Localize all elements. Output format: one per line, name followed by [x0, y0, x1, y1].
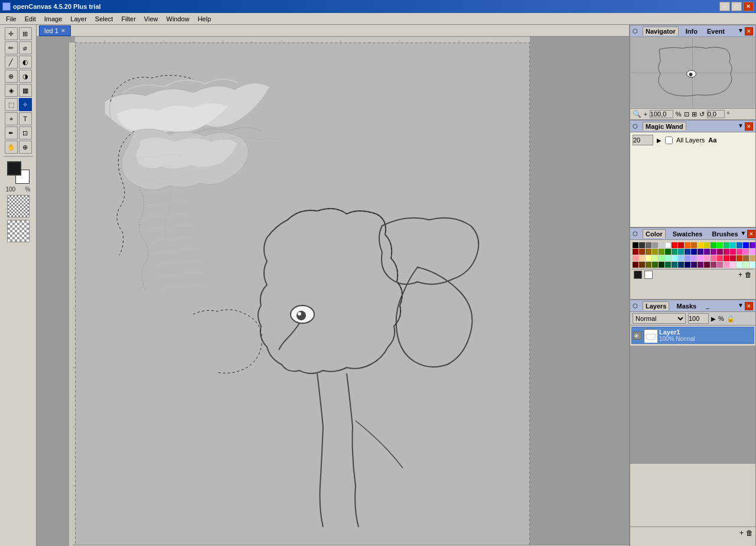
color-cell[interactable] [665, 262, 671, 268]
nav-zoom-input[interactable] [650, 110, 673, 118]
layer-eye-icon[interactable]: 👁 [633, 332, 641, 340]
magic-wand-tool[interactable]: ✧ [19, 98, 32, 111]
color-cell[interactable] [711, 249, 716, 255]
color-cell[interactable] [639, 249, 645, 255]
color-cell[interactable] [717, 262, 723, 268]
color-cell[interactable] [678, 242, 684, 248]
color-cell[interactable] [711, 262, 716, 268]
layer-opacity-stepper[interactable]: ▶ [711, 316, 716, 322]
eyedropper-tool[interactable]: ✒ [5, 126, 18, 139]
color-cell[interactable] [737, 242, 742, 248]
menu-help[interactable]: Help [194, 14, 215, 24]
color-cell[interactable] [652, 249, 658, 255]
color-cell[interactable] [698, 242, 703, 248]
color-cell[interactable] [646, 249, 651, 255]
move-tool[interactable]: ✛ [5, 27, 18, 40]
color-cell[interactable] [652, 242, 658, 248]
color-cell[interactable] [646, 262, 651, 268]
color-cell[interactable] [724, 255, 729, 261]
color-cell[interactable] [730, 249, 736, 255]
color-cell[interactable] [639, 242, 645, 248]
color-cell[interactable] [678, 255, 684, 261]
smudge-tool[interactable]: ◐ [19, 56, 32, 69]
color-cell[interactable] [743, 262, 749, 268]
canvas-drawing[interactable] [75, 43, 530, 546]
layer-lock-icon[interactable]: 🔒 [726, 315, 735, 323]
color-cell[interactable] [711, 242, 716, 248]
tab-navigator[interactable]: Navigator [643, 27, 679, 35]
color-cell[interactable] [704, 249, 710, 255]
layer-opacity-input[interactable] [688, 313, 709, 324]
color-cell[interactable] [685, 255, 690, 261]
menu-select[interactable]: Select [92, 14, 117, 24]
tab-swatches[interactable]: Swatches [670, 230, 705, 238]
color-cell[interactable] [724, 249, 729, 255]
lasso-tool[interactable]: ⌖ [5, 112, 18, 125]
magic-wand-tolerance[interactable] [633, 135, 653, 145]
layer-item[interactable]: 👁 Layer1 100% Normal [631, 327, 754, 344]
eraser-tool[interactable]: ⌀ [19, 41, 32, 54]
color-cell[interactable] [659, 255, 664, 261]
color-cell[interactable] [724, 262, 729, 268]
color-cell[interactable] [711, 255, 716, 261]
nav-rotation-input[interactable] [707, 110, 725, 118]
tab-event[interactable]: Event [705, 27, 727, 35]
menu-view[interactable]: View [141, 14, 162, 24]
color-cell[interactable] [633, 262, 638, 268]
tab-info[interactable]: Info [683, 27, 700, 35]
color-cell[interactable] [659, 242, 664, 248]
tab-layers[interactable]: Layers [643, 301, 669, 310]
color-cell[interactable] [704, 255, 710, 261]
nav-rotate-icon[interactable]: ↺ [699, 110, 705, 118]
color-cell[interactable] [678, 249, 684, 255]
document-tab[interactable]: led 1 ✕ [39, 25, 71, 36]
color-cell[interactable] [685, 242, 690, 248]
color-cell[interactable] [652, 255, 658, 261]
color-delete-icon[interactable]: 🗑 [745, 271, 752, 279]
color-cell[interactable] [665, 249, 671, 255]
color-close-button[interactable]: ✕ [747, 230, 755, 238]
zoom-tool[interactable]: ⊕ [19, 141, 32, 154]
color-cell[interactable] [730, 262, 736, 268]
gradient-tool[interactable]: ▦ [19, 84, 32, 97]
nav-fit-icon[interactable]: ⊡ [684, 110, 689, 118]
color-cell[interactable] [737, 262, 742, 268]
nav-fill-icon[interactable]: ⊞ [692, 110, 697, 118]
color-cell[interactable] [685, 249, 690, 255]
tab-brushes[interactable]: Brushes [709, 230, 740, 238]
color-cell[interactable] [672, 262, 677, 268]
color-cell[interactable] [646, 255, 651, 261]
color-cell[interactable] [717, 255, 723, 261]
color-cell[interactable] [698, 262, 703, 268]
color-cell[interactable] [691, 255, 697, 261]
color-expand-icon[interactable]: ▼ [741, 230, 747, 238]
color-cell[interactable] [672, 255, 677, 261]
hand-tool[interactable]: ✋ [5, 141, 18, 154]
color-cell[interactable] [691, 242, 697, 248]
tab-color[interactable]: Color [643, 229, 666, 238]
color-cell[interactable] [672, 242, 677, 248]
rect-select-tool[interactable]: ⬚ [5, 98, 18, 111]
color-cell[interactable] [730, 242, 736, 248]
close-button[interactable]: ✕ [743, 2, 754, 11]
pattern-swatch[interactable] [7, 195, 30, 217]
color-cell[interactable] [639, 262, 645, 268]
tab-magic-wand[interactable]: Magic Wand [643, 122, 686, 131]
color-cell[interactable] [665, 255, 671, 261]
layers-expand-icon[interactable]: ▼ [738, 302, 744, 310]
layers-close-button[interactable]: ✕ [745, 302, 753, 310]
color-cell[interactable] [659, 262, 664, 268]
fill-tool[interactable]: ◈ [5, 84, 18, 97]
layer-delete-icon[interactable]: 🗑 [746, 529, 753, 537]
color-cell[interactable] [652, 262, 658, 268]
color-cell[interactable] [737, 255, 742, 261]
color-cell[interactable] [730, 255, 736, 261]
color-cell[interactable] [750, 242, 755, 248]
color-cell[interactable] [698, 249, 703, 255]
document-close-icon[interactable]: ✕ [61, 28, 66, 34]
color-cell[interactable] [633, 242, 638, 248]
color-add-icon[interactable]: + [738, 271, 742, 279]
color-cell[interactable] [743, 255, 749, 261]
color-cell[interactable] [717, 249, 723, 255]
color-cell[interactable] [704, 242, 710, 248]
